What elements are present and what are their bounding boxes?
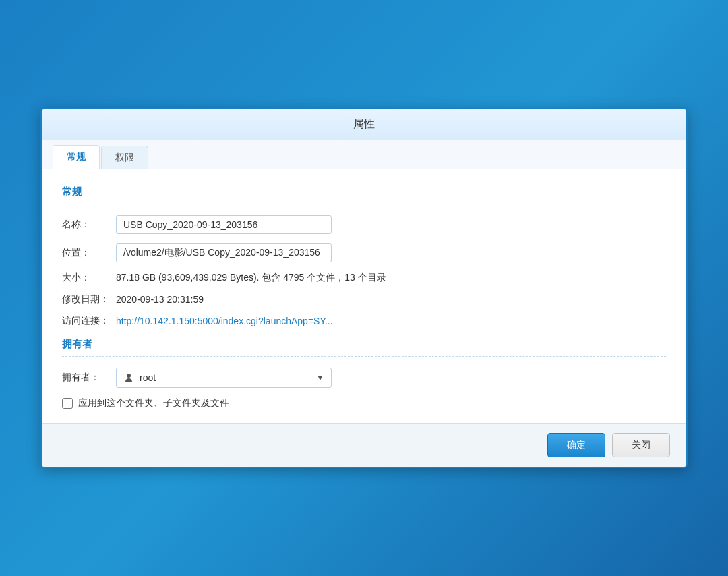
tabs-bar: 常规 权限 <box>42 140 686 169</box>
name-row: 名称： <box>62 215 666 234</box>
access-label: 访问连接： <box>62 315 116 327</box>
close-button[interactable]: 关闭 <box>612 433 670 457</box>
owner-row: 拥有者： root ▼ <box>62 368 666 388</box>
tab-permissions[interactable]: 权限 <box>101 146 148 169</box>
modified-row: 修改日期： 2020-09-13 20:31:59 <box>62 293 666 306</box>
access-link[interactable]: http://10.142.1.150:5000/index.cgi?launc… <box>116 316 333 326</box>
dropdown-arrow-icon: ▼ <box>316 373 324 382</box>
owner-name: root <box>140 372 316 383</box>
name-label: 名称： <box>62 219 116 231</box>
dialog-footer: 确定 关闭 <box>42 423 686 467</box>
dialog-title: 属性 <box>353 118 375 129</box>
dialog-title-bar: 属性 <box>42 109 686 140</box>
dialog-content: 常规 名称： 位置： 大小： 87.18 GB (93,609,439,029 … <box>42 169 686 423</box>
apply-label[interactable]: 应用到这个文件夹、子文件夹及文件 <box>78 397 229 409</box>
size-row: 大小： 87.18 GB (93,609,439,029 Bytes). 包含 … <box>62 272 666 284</box>
location-row: 位置： <box>62 243 666 262</box>
location-input[interactable] <box>116 243 332 262</box>
modified-value: 2020-09-13 20:31:59 <box>116 294 204 305</box>
owner-section: 拥有者 拥有者： root ▼ 应用到这个文件夹、子文件夹及文件 <box>62 338 666 409</box>
owner-dropdown[interactable]: root ▼ <box>116 368 332 388</box>
access-row: 访问连接： http://10.142.1.150:5000/index.cgi… <box>62 315 666 327</box>
apply-checkbox-row: 应用到这个文件夹、子文件夹及文件 <box>62 397 666 409</box>
user-icon <box>123 372 134 383</box>
size-label: 大小： <box>62 272 116 284</box>
tab-general[interactable]: 常规 <box>53 145 100 169</box>
name-input[interactable] <box>116 215 332 234</box>
owner-divider <box>62 356 666 357</box>
confirm-button[interactable]: 确定 <box>547 433 605 457</box>
properties-dialog: 属性 常规 权限 常规 名称： 位置： 大小： 87.18 GB (93,609… <box>40 108 688 468</box>
apply-checkbox[interactable] <box>62 398 73 409</box>
general-section-title: 常规 <box>62 185 666 198</box>
owner-label: 拥有者： <box>62 372 116 384</box>
general-divider <box>62 204 666 204</box>
size-value: 87.18 GB (93,609,439,029 Bytes). 包含 4795… <box>116 272 386 284</box>
location-label: 位置： <box>62 247 116 259</box>
modified-label: 修改日期： <box>62 293 116 306</box>
owner-section-title: 拥有者 <box>62 338 666 351</box>
